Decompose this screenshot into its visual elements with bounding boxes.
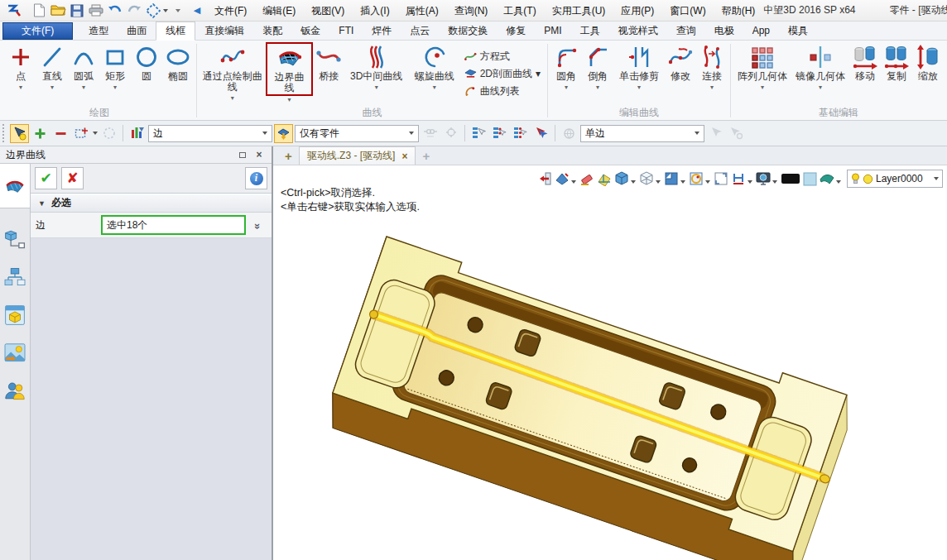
dropdown-caret[interactable] xyxy=(680,180,685,184)
tab-repair[interactable]: 修复 xyxy=(497,22,535,40)
dropdown-caret[interactable] xyxy=(631,180,636,184)
tool-line[interactable]: 直线▾ xyxy=(36,41,68,106)
dropdown-caret[interactable] xyxy=(571,180,576,184)
lasso-pick-button[interactable] xyxy=(99,124,118,143)
collapse-panel-icon[interactable]: ◀ xyxy=(188,2,206,19)
tool-rectangle[interactable]: 矩形▾ xyxy=(99,41,131,106)
tab-file[interactable]: 文件(F) xyxy=(2,22,73,40)
toolbar-grip[interactable] xyxy=(2,124,7,142)
tool-chamfer[interactable]: 倒角▾ xyxy=(582,41,613,106)
tool-circle[interactable]: 圆 xyxy=(131,41,162,106)
tool-ellipse[interactable]: 椭圆 xyxy=(162,41,194,106)
tool-one-click-trim[interactable]: 单击修剪▾ xyxy=(613,41,665,106)
tool-2d-section-curve[interactable]: 2D剖面曲线 ▾ xyxy=(464,67,541,81)
tool-move[interactable]: 移动 xyxy=(849,41,881,106)
tab-assembly[interactable]: 装配 xyxy=(253,22,291,40)
marquee-pick-button[interactable] xyxy=(72,124,91,143)
document-tab-active[interactable]: 驱动线.Z3 - [驱动线] × xyxy=(299,146,416,165)
pick-mode-combo[interactable]: 单边 xyxy=(580,125,704,142)
menu-window[interactable]: 窗口(W) xyxy=(662,1,713,21)
tab-fti[interactable]: FTI xyxy=(329,22,363,40)
background-black-swatch[interactable] xyxy=(780,170,801,187)
pick-orientation-button[interactable] xyxy=(560,124,579,143)
color-filter-button[interactable] xyxy=(127,124,147,143)
shaded-cube-icon[interactable] xyxy=(613,170,630,187)
wireframe-cube-icon[interactable] xyxy=(638,170,655,187)
menu-inquire[interactable]: 查询(N) xyxy=(447,1,496,21)
datum-icon[interactable] xyxy=(596,170,613,187)
info-button[interactable]: i xyxy=(245,167,267,189)
chain-options-button[interactable] xyxy=(441,124,460,143)
tool-mirror-geometry[interactable]: 镜像几何体▾ xyxy=(791,41,849,106)
expand-chevron-button[interactable]: » xyxy=(250,216,267,234)
strip-boundary-curve-tab[interactable] xyxy=(0,164,30,208)
menu-help[interactable]: 帮助(H) xyxy=(714,1,763,21)
panel-close-button[interactable]: × xyxy=(252,149,266,160)
menu-view[interactable]: 视图(V) xyxy=(304,1,352,21)
entity-filter-combo[interactable]: 边 xyxy=(148,125,272,142)
required-section-header[interactable]: ▼ 必选 xyxy=(31,194,272,213)
tool-copy[interactable]: 复制 xyxy=(881,41,912,106)
tab-shape[interactable]: 造型 xyxy=(79,22,118,40)
tool-curve-list[interactable]: 曲线列表 xyxy=(464,84,541,98)
open-file-icon[interactable] xyxy=(49,2,67,19)
regen-icon[interactable] xyxy=(144,2,162,19)
tool-spiral-curve[interactable]: 螺旋曲线▾ xyxy=(409,41,460,106)
pick-all-button[interactable] xyxy=(511,124,530,143)
measure-icon[interactable] xyxy=(730,170,747,187)
surface-display-icon[interactable] xyxy=(819,170,835,187)
strip-visual-tab[interactable] xyxy=(0,334,30,372)
tab-tools[interactable]: 工具 xyxy=(571,22,609,40)
tab-app[interactable]: App xyxy=(743,22,779,40)
tool-equation[interactable]: 方程式 xyxy=(464,50,541,64)
layer-dropdown-caret[interactable] xyxy=(934,177,939,180)
scope-filter-combo[interactable]: 仅有零件 xyxy=(295,125,419,142)
undo-icon[interactable] xyxy=(106,2,124,19)
dropdown-caret[interactable] xyxy=(656,180,661,184)
silhouette-icon[interactable] xyxy=(688,170,704,187)
smart-pick-button[interactable] xyxy=(10,124,29,143)
pick-last-button[interactable] xyxy=(490,124,509,143)
strip-manager-tab[interactable] xyxy=(0,220,30,258)
part-model[interactable] xyxy=(273,165,947,560)
view-corner-icon[interactable] xyxy=(663,170,680,187)
tool-bridge[interactable]: 桥接 xyxy=(314,41,344,106)
tab-data-exchange[interactable]: 数据交换 xyxy=(439,22,497,40)
tool-modify[interactable]: 修改 xyxy=(665,41,696,106)
tab-direct-edit[interactable]: 直接编辑 xyxy=(195,22,253,40)
dropdown-caret[interactable] xyxy=(705,180,710,184)
menu-tools[interactable]: 工具(T) xyxy=(496,1,543,21)
background-blue-swatch[interactable] xyxy=(802,170,818,187)
strip-role-tab[interactable] xyxy=(0,372,30,410)
pick-from-list-button[interactable] xyxy=(469,124,488,143)
tool-3d-intermediate-curve[interactable]: 3D中间曲线▾ xyxy=(344,41,409,106)
dropdown-caret[interactable] xyxy=(836,180,841,184)
tool-point[interactable]: 点▾ xyxy=(5,41,36,106)
tab-weldments[interactable]: 焊件 xyxy=(363,22,401,40)
exit-sketch-icon[interactable] xyxy=(536,170,553,187)
add-doc-tab-icon[interactable]: + xyxy=(416,147,436,165)
scope-button[interactable] xyxy=(274,124,293,143)
tool-curve-through-points[interactable]: 通过点绘制曲线▾ xyxy=(199,41,266,106)
close-doc-tab-icon[interactable]: × xyxy=(401,151,407,162)
strip-history-tab[interactable] xyxy=(0,258,30,296)
tab-point-cloud[interactable]: 点云 xyxy=(401,22,439,40)
confirm-button[interactable]: ✔ xyxy=(35,167,57,189)
new-doc-tab-icon[interactable]: + xyxy=(278,147,299,165)
layer-combo[interactable]: Layer0000 xyxy=(847,170,943,188)
tab-sheet-metal[interactable]: 钣金 xyxy=(291,22,329,40)
add-selection-button[interactable] xyxy=(31,124,50,143)
dropdown-caret[interactable] xyxy=(748,180,752,184)
chain-pick-button[interactable] xyxy=(421,124,440,143)
tab-surface[interactable]: 曲面 xyxy=(118,22,156,40)
redo-icon[interactable] xyxy=(125,2,143,19)
eraser-icon[interactable] xyxy=(579,170,595,187)
dropdown-caret[interactable] xyxy=(772,180,777,184)
marquee-dropdown-caret[interactable] xyxy=(93,132,98,135)
new-file-icon[interactable] xyxy=(30,2,48,19)
panel-dock-button[interactable] xyxy=(236,149,249,160)
tool-pattern-geometry[interactable]: 阵列几何体▾ xyxy=(733,41,791,106)
save-icon[interactable] xyxy=(68,2,86,19)
reselect-button[interactable] xyxy=(531,124,550,143)
window-zoom-icon[interactable] xyxy=(713,170,729,187)
